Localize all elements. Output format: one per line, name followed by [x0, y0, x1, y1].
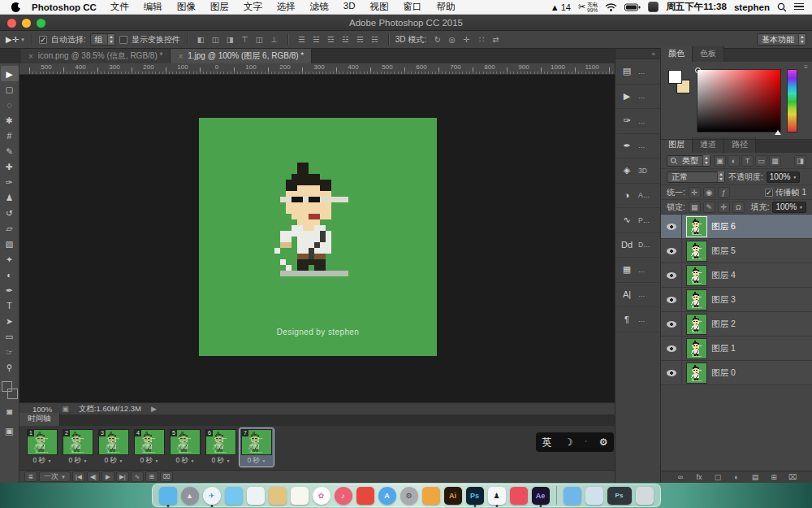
paragraph-panel[interactable]: ¶ … — [615, 307, 660, 332]
animation-frame[interactable]: 1 0 秒 ▼ — [25, 428, 59, 467]
documents-folder[interactable] — [585, 487, 603, 505]
animation-frame[interactable]: 5 0 秒 ▼ — [168, 428, 202, 467]
move-tool[interactable]: ▶ — [1, 66, 19, 81]
spotlight-icon[interactable] — [777, 2, 787, 12]
first-frame-button[interactable]: |◀ — [72, 471, 85, 482]
clipboard-app-icon[interactable]: ✂ 充电 99% — [578, 2, 598, 13]
frame-delay[interactable]: 0 秒 ▼ — [26, 456, 58, 466]
filter-pixel-layers[interactable]: ▣ — [714, 155, 726, 167]
history-brush-tool[interactable]: ↺ — [1, 205, 19, 220]
after-effects[interactable]: Ae — [532, 487, 550, 505]
apple-logo[interactable] — [11, 2, 20, 12]
fill-value[interactable]: 100%▼ — [772, 202, 806, 213]
panel-tab[interactable]: 色板 — [693, 46, 724, 62]
panel-tab[interactable]: 颜色 — [661, 46, 693, 62]
layer-row[interactable]: 图层 4 — [661, 263, 812, 288]
actions-panel[interactable]: ▶ … — [615, 85, 660, 110]
frame-thumbnail[interactable]: 6 — [205, 429, 236, 455]
blend-mode-dropdown[interactable]: 正常 — [667, 172, 725, 183]
distribute-left-edges[interactable]: ☳ — [339, 33, 352, 46]
layer-thumbnail[interactable] — [686, 241, 707, 262]
align-left-edges[interactable]: ◧ — [194, 33, 208, 46]
tween-button[interactable]: ∿ — [131, 471, 144, 482]
twitter[interactable] — [225, 487, 243, 505]
layer-thumbnail[interactable] — [686, 216, 707, 237]
frame-delay[interactable]: 0 秒 ▼ — [205, 456, 237, 466]
status-options-arrow-icon[interactable]: ▶ — [151, 405, 157, 413]
layer-name[interactable]: 图层 4 — [711, 270, 736, 281]
type-tool[interactable]: T — [1, 297, 19, 313]
document-canvas[interactable]: Designed by stephen — [19, 75, 615, 402]
图层[interactable]: 图层 — [203, 1, 236, 13]
workspace-switcher[interactable]: 基本功能 — [757, 33, 806, 46]
foreground-color-swatch[interactable] — [2, 381, 12, 392]
close-window-button[interactable] — [7, 19, 16, 28]
saturation-brightness-field[interactable] — [697, 69, 781, 132]
layer-row[interactable]: 图层 1 — [661, 336, 812, 361]
3d-rotate[interactable]: ↻ — [430, 33, 444, 46]
window-titlebar[interactable]: Adobe Photoshop CC 2015 — [0, 15, 812, 31]
animation-frame[interactable]: 7 0 秒 ▼ — [240, 428, 274, 467]
distribute-vertical-centers[interactable]: ☱ — [309, 33, 323, 46]
layer-effects-button[interactable]: fx — [693, 473, 705, 481]
document-tab[interactable]: × 1.jpg @ 100% (图层 6, RGB/8) * — [171, 49, 312, 63]
path-selection-tool[interactable]: ➤ — [1, 313, 19, 328]
brush-tool[interactable]: ✑ — [1, 174, 19, 189]
game-app[interactable] — [422, 487, 440, 505]
trash[interactable] — [636, 487, 654, 505]
rectangle-tool[interactable]: ▭ — [1, 328, 19, 344]
tab-close-icon[interactable]: × — [28, 52, 33, 61]
帮助[interactable]: 帮助 — [430, 1, 463, 13]
编辑[interactable]: 编辑 — [136, 1, 170, 13]
图像[interactable]: 图像 — [170, 1, 203, 13]
propagate-frame-checkbox[interactable] — [765, 189, 773, 197]
3d-drag[interactable]: ✛ — [460, 33, 473, 46]
3d-roll[interactable]: ◎ — [445, 33, 459, 46]
frame-delay[interactable]: 0 秒 ▼ — [133, 456, 166, 466]
app-store[interactable]: A — [378, 487, 396, 505]
frame-thumbnail[interactable]: 5 — [170, 429, 201, 455]
layer-mask-button[interactable]: ▢ — [712, 473, 723, 481]
滤镜[interactable]: 滤镜 — [303, 1, 336, 13]
illustrator[interactable]: Ai — [444, 487, 462, 505]
new-frame-button[interactable]: ⊞ — [145, 471, 158, 482]
artwork[interactable]: Designed by stephen — [199, 118, 437, 356]
expand-panels-chevron[interactable]: » — [615, 49, 660, 59]
timeline-tab[interactable]: 时间轴 — [19, 413, 60, 426]
loop-count-dropdown[interactable]: 一次▼ — [39, 471, 71, 482]
music-app[interactable] — [510, 487, 528, 505]
frame-delay[interactable]: 0 秒 ▼ — [169, 456, 201, 466]
color-picker-marker[interactable] — [695, 67, 701, 73]
styles-panel[interactable]: ▦ … — [615, 258, 660, 283]
battery-icon[interactable] — [624, 3, 641, 11]
layer-visibility-toggle[interactable] — [661, 336, 682, 360]
app-indicator-icon[interactable]: ▲ 14 — [551, 2, 571, 12]
tab-close-icon[interactable]: × — [178, 52, 183, 61]
safari[interactable]: ✈ — [203, 487, 221, 505]
document-tab[interactable]: × icon.png @ 38.5% (信息, RGB/8) * — [21, 49, 171, 63]
animation-frame[interactable]: 3 0 秒 ▼ — [97, 428, 131, 467]
unify-position[interactable]: ✛ — [689, 187, 701, 198]
layer-row[interactable]: 图层 3 — [661, 288, 812, 312]
align-horizontal-centers[interactable]: ◫ — [209, 33, 222, 46]
quick-mask-button[interactable]: ◙ — [6, 404, 12, 419]
layer-name[interactable]: 图层 2 — [711, 319, 736, 330]
layer-group-button[interactable]: ▤ — [749, 473, 761, 481]
layer-visibility-toggle[interactable] — [661, 288, 682, 311]
align-bottom-edges[interactable]: ⊥ — [267, 33, 281, 46]
layer-row[interactable]: 图层 0 — [661, 361, 812, 385]
properties-panel[interactable]: ∿ P… — [615, 208, 660, 233]
show-transform-controls-checkbox[interactable] — [119, 36, 127, 44]
itunes[interactable]: ♪ — [335, 487, 352, 505]
文字[interactable]: 文字 — [236, 1, 270, 13]
layer-name[interactable]: 图层 3 — [711, 294, 736, 306]
视图[interactable]: 视图 — [363, 1, 396, 13]
distribute-right-edges[interactable]: ☵ — [368, 33, 382, 46]
align-top-edges[interactable]: ⊤ — [238, 33, 252, 46]
hue-slider[interactable] — [787, 69, 797, 132]
layer-name[interactable]: 图层 5 — [711, 245, 736, 257]
adjustment-layer-button[interactable]: ◐ — [731, 473, 742, 481]
wifi-icon[interactable] — [605, 2, 617, 11]
frame-delay[interactable]: 0 秒 ▼ — [97, 456, 130, 466]
photoshop[interactable]: Ps — [466, 487, 484, 505]
